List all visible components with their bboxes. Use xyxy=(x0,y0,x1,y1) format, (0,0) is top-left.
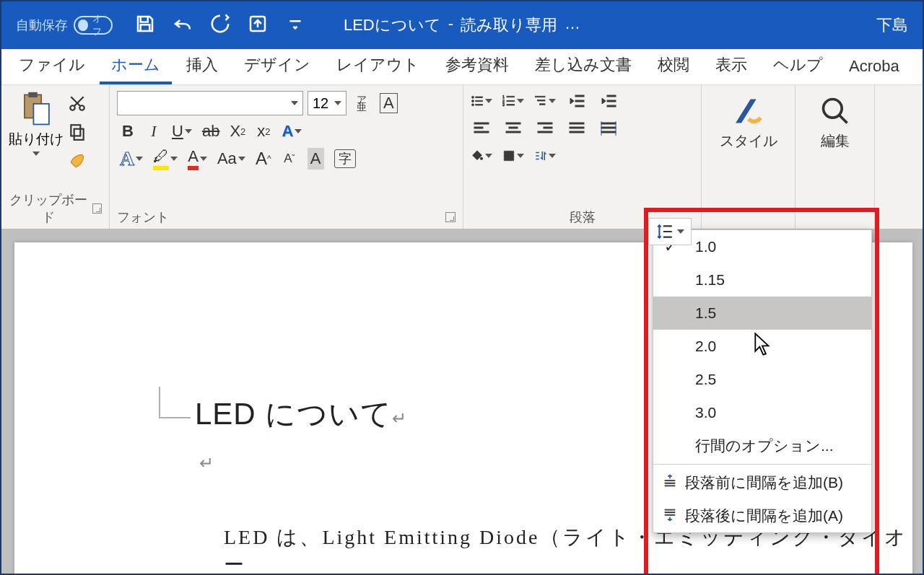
svg-rect-29 xyxy=(474,123,489,124)
group-styles: スタイル xyxy=(702,85,796,229)
strikethrough-button[interactable]: ab xyxy=(199,120,222,143)
menu-separator xyxy=(653,464,871,465)
change-case-button[interactable]: Aa xyxy=(214,147,248,170)
phonetic-guide-icon[interactable]: ア亜 xyxy=(351,92,372,115)
editing-button[interactable]: 編集 xyxy=(803,91,867,151)
align-left-button[interactable] xyxy=(471,118,492,139)
multilevel-list-button[interactable] xyxy=(534,91,556,111)
char-shading-button[interactable]: A xyxy=(305,147,327,170)
autosave-toggle[interactable]: 自動保存 オフ xyxy=(16,16,113,35)
copy-icon[interactable] xyxy=(68,123,87,144)
svg-rect-38 xyxy=(570,123,584,124)
increase-indent-button[interactable] xyxy=(598,91,619,111)
undo-icon[interactable] xyxy=(172,13,193,38)
justify-button[interactable] xyxy=(566,118,588,139)
group-label-clipboard: クリップボード xyxy=(9,188,102,226)
svg-rect-19 xyxy=(507,105,515,106)
redo-icon[interactable] xyxy=(209,13,231,38)
title-bar: 自動保存 オフ LEDについて - 読み取り専用 … 下島 xyxy=(1,1,923,49)
svg-rect-6 xyxy=(74,129,84,140)
tab-acrobat[interactable]: Acroba xyxy=(837,50,911,84)
styles-button[interactable]: スタイル xyxy=(709,91,788,151)
tab-file[interactable]: ファイル xyxy=(7,47,97,84)
line-spacing-option-1.5[interactable]: 1.5 xyxy=(653,297,871,330)
underline-button[interactable]: U xyxy=(169,120,195,143)
dialog-launcher-icon[interactable] xyxy=(445,212,456,222)
group-paragraph: 123 段落 xyxy=(463,85,702,229)
line-spacing-option-1.15[interactable]: 1.15 xyxy=(653,263,871,297)
space-after-icon xyxy=(662,506,678,526)
borders-button[interactable] xyxy=(502,146,524,166)
group-label-font: フォント xyxy=(117,206,456,226)
line-spacing-option-2.5[interactable]: 2.5 xyxy=(653,363,871,396)
text-outline-button[interactable]: A xyxy=(117,147,146,170)
numbering-button[interactable]: 123 xyxy=(502,91,524,111)
svg-rect-33 xyxy=(509,127,518,128)
svg-rect-37 xyxy=(538,131,552,133)
svg-text:3: 3 xyxy=(502,102,505,107)
svg-rect-2 xyxy=(28,92,38,97)
svg-rect-20 xyxy=(536,96,546,97)
tab-review[interactable]: 校閲 xyxy=(646,47,701,84)
cut-icon[interactable] xyxy=(68,94,87,115)
dialog-launcher-icon[interactable] xyxy=(92,203,102,214)
character-border-icon[interactable]: A xyxy=(377,92,401,115)
text-effects-button[interactable]: A xyxy=(279,120,305,143)
italic-button[interactable]: I xyxy=(143,120,165,143)
line-spacing-option-3.0[interactable]: 3.0 xyxy=(653,396,871,429)
format-painter-icon[interactable] xyxy=(68,152,87,173)
add-space-before-paragraph[interactable]: 段落前に間隔を追加(B) xyxy=(653,466,871,499)
group-font: 12 ア亜 A B I U ab X2 x2 A A 🖊 A Aa A^ Aˇ … xyxy=(110,85,463,229)
chevron-down-icon xyxy=(334,101,341,105)
tab-help[interactable]: ヘルプ xyxy=(762,47,834,84)
shrink-font-button[interactable]: Aˇ xyxy=(279,147,300,170)
font-color-button[interactable]: A xyxy=(185,147,210,170)
sort-button[interactable] xyxy=(534,146,556,166)
space-before-icon xyxy=(662,473,678,493)
add-space-after-paragraph[interactable]: 段落後に間隔を追加(A) xyxy=(653,499,871,532)
tab-view[interactable]: 表示 xyxy=(704,47,759,84)
svg-rect-41 xyxy=(601,123,616,124)
svg-rect-26 xyxy=(607,95,616,97)
grow-font-button[interactable]: A^ xyxy=(253,147,274,170)
cursor-icon xyxy=(752,332,772,359)
decrease-indent-button[interactable] xyxy=(566,91,588,111)
tab-insert[interactable]: 挿入 xyxy=(175,47,230,84)
paste-button[interactable]: 貼り付け xyxy=(9,91,64,188)
svg-rect-28 xyxy=(607,105,616,107)
svg-rect-27 xyxy=(607,100,616,102)
save-icon[interactable] xyxy=(134,13,156,38)
distributed-button[interactable] xyxy=(598,118,619,139)
line-spacing-button[interactable] xyxy=(648,218,692,245)
highlight-button[interactable]: 🖊 xyxy=(150,147,180,170)
user-name[interactable]: 下島 xyxy=(876,14,908,36)
line-spacing-options[interactable]: 行間のオプション... xyxy=(653,429,871,462)
svg-rect-34 xyxy=(506,131,520,133)
qat-more-icon[interactable] xyxy=(284,13,306,38)
align-right-button[interactable] xyxy=(534,118,556,139)
align-center-button[interactable] xyxy=(502,118,524,139)
tab-home[interactable]: ホーム xyxy=(100,47,172,84)
font-size-combo[interactable]: 12 xyxy=(308,91,346,115)
svg-rect-11 xyxy=(476,100,483,102)
svg-rect-32 xyxy=(506,123,520,124)
tab-references[interactable]: 参考資料 xyxy=(434,47,520,84)
bullets-button[interactable] xyxy=(471,91,492,111)
svg-rect-23 xyxy=(575,95,584,97)
share-icon[interactable] xyxy=(247,13,269,38)
subscript-button[interactable]: X2 xyxy=(227,120,248,143)
autosave-switch[interactable]: オフ xyxy=(74,16,113,35)
svg-point-10 xyxy=(472,100,474,102)
tab-layout[interactable]: レイアウト xyxy=(325,47,431,84)
bold-button[interactable]: B xyxy=(117,120,139,143)
svg-rect-7 xyxy=(71,125,80,136)
svg-rect-9 xyxy=(476,97,483,98)
svg-rect-40 xyxy=(570,131,584,133)
ribbon-tabs: ファイル ホーム 挿入 デザイン レイアウト 参考資料 差し込み文書 校閲 表示… xyxy=(1,49,923,85)
enclose-char-button[interactable]: 字 xyxy=(331,147,359,170)
tab-mailings[interactable]: 差し込み文書 xyxy=(523,47,643,84)
tab-design[interactable]: デザイン xyxy=(232,47,322,84)
superscript-button[interactable]: x2 xyxy=(253,120,274,143)
shading-button[interactable] xyxy=(471,146,492,166)
font-name-combo[interactable] xyxy=(117,91,303,115)
